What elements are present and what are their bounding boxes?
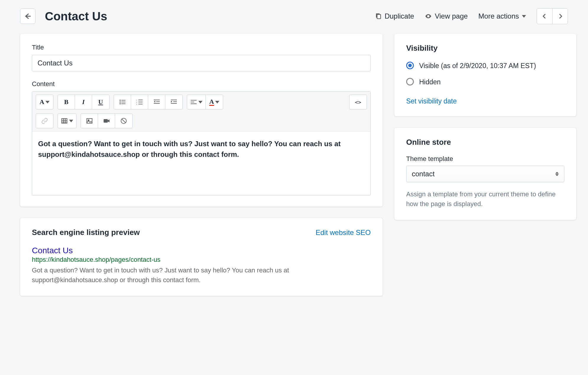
online-store-card: Online store Theme template contact Assi… [394, 128, 576, 220]
template-select[interactable]: contact [406, 166, 564, 182]
font-style-button[interactable]: A [36, 95, 53, 109]
visibility-card: Visibility Visible (as of 2/9/2020, 10:3… [394, 34, 576, 116]
html-button[interactable]: <> [349, 95, 367, 109]
svg-text:3: 3 [136, 103, 137, 106]
svg-rect-6 [121, 102, 125, 102]
svg-rect-17 [154, 103, 160, 104]
clear-icon [120, 117, 127, 124]
edit-seo-link[interactable]: Edit website SEO [316, 228, 371, 237]
align-left-icon [190, 98, 197, 106]
html-icon: <> [355, 99, 361, 105]
video-icon [103, 117, 110, 124]
title-label: Title [32, 44, 371, 51]
image-icon [86, 117, 93, 124]
indent-button[interactable] [165, 95, 182, 109]
underline-button[interactable]: U [92, 95, 109, 109]
template-label: Theme template [406, 155, 564, 163]
seo-preview-url: https://kindahotsauce.shop/pages/contact… [32, 256, 371, 264]
chevron-down-icon [522, 15, 526, 18]
link-icon [41, 117, 48, 124]
clear-formatting-button[interactable] [115, 114, 132, 128]
outdent-button[interactable] [148, 95, 165, 109]
font-style-icon: A [40, 98, 44, 106]
bold-button[interactable]: B [58, 95, 75, 109]
editor-card: Title Content A [20, 34, 383, 207]
seo-preview-title: Contact Us [32, 246, 371, 255]
align-button[interactable] [187, 95, 206, 109]
svg-point-2 [428, 16, 429, 17]
chevron-down-icon [45, 101, 50, 103]
bullet-list-button[interactable] [114, 95, 131, 109]
number-list-button[interactable]: 123 [131, 95, 148, 109]
seo-card: Search engine listing preview Edit websi… [20, 218, 383, 296]
svg-point-3 [120, 100, 121, 101]
content-label: Content [32, 80, 371, 88]
duplicate-icon [375, 13, 382, 20]
video-button[interactable] [98, 114, 115, 128]
rich-text-editor: A B I U [32, 91, 371, 195]
table-button[interactable] [58, 114, 76, 128]
outdent-icon [153, 98, 160, 106]
chevron-left-icon [541, 13, 548, 20]
svg-rect-24 [62, 119, 67, 123]
radio-icon [406, 78, 414, 85]
rte-toolbar: A B I U [32, 92, 370, 131]
svg-rect-19 [173, 101, 177, 102]
seo-heading: Search engine listing preview [32, 228, 140, 237]
svg-rect-22 [191, 102, 194, 102]
online-store-heading: Online store [406, 138, 564, 147]
svg-point-5 [120, 101, 121, 103]
number-list-icon: 123 [136, 98, 143, 106]
underline-icon: U [98, 98, 103, 106]
svg-rect-18 [171, 100, 177, 100]
eye-icon [425, 13, 432, 20]
italic-button[interactable]: I [75, 95, 92, 109]
back-button[interactable] [20, 9, 35, 24]
italic-icon: I [82, 98, 85, 106]
svg-rect-16 [156, 101, 160, 102]
view-page-button[interactable]: View page [425, 12, 468, 20]
bullet-list-icon [119, 98, 126, 106]
svg-point-7 [120, 103, 121, 104]
svg-rect-21 [191, 100, 197, 101]
svg-rect-15 [154, 100, 160, 100]
text-color-button[interactable]: A [206, 95, 223, 109]
svg-rect-25 [87, 119, 92, 123]
select-caret-icon [555, 172, 559, 176]
chevron-down-icon [215, 101, 219, 103]
visibility-visible-option[interactable]: Visible (as of 2/9/2020, 10:37 AM EST) [406, 61, 564, 71]
chevron-right-icon [557, 13, 564, 20]
indent-icon [170, 98, 177, 106]
image-button[interactable] [81, 114, 98, 128]
svg-rect-1 [377, 14, 380, 19]
svg-rect-23 [191, 103, 197, 104]
template-helper-text: Assign a template from your current them… [406, 189, 564, 209]
page-header: Contact Us Duplicate View page More acti… [20, 8, 568, 24]
more-actions-button[interactable]: More actions [478, 12, 526, 20]
prev-page-button[interactable] [537, 9, 552, 24]
svg-rect-20 [171, 103, 177, 104]
chevron-down-icon [198, 101, 202, 103]
bold-icon: B [64, 98, 68, 106]
svg-rect-10 [138, 100, 143, 100]
chevron-down-icon [69, 120, 73, 122]
svg-rect-4 [121, 100, 125, 101]
page-nav-group [537, 8, 568, 24]
radio-icon [406, 62, 414, 69]
duplicate-button[interactable]: Duplicate [375, 12, 414, 20]
page-title: Contact Us [45, 10, 107, 22]
text-color-icon: A [209, 98, 214, 106]
rte-content-area[interactable]: Got a question? Want to get in touch wit… [32, 131, 370, 195]
table-icon [61, 117, 68, 124]
next-page-button[interactable] [552, 9, 568, 24]
visibility-heading: Visibility [406, 44, 564, 53]
link-button[interactable] [36, 114, 53, 128]
set-visibility-date-link[interactable]: Set visibility date [406, 97, 457, 105]
svg-rect-27 [104, 119, 108, 123]
seo-preview-description: Got a question? Want to get in touch wit… [32, 265, 371, 285]
svg-rect-14 [138, 104, 143, 104]
title-input[interactable] [32, 55, 371, 71]
svg-rect-8 [121, 103, 125, 104]
visibility-hidden-option[interactable]: Hidden [406, 77, 564, 87]
svg-rect-12 [138, 102, 143, 102]
